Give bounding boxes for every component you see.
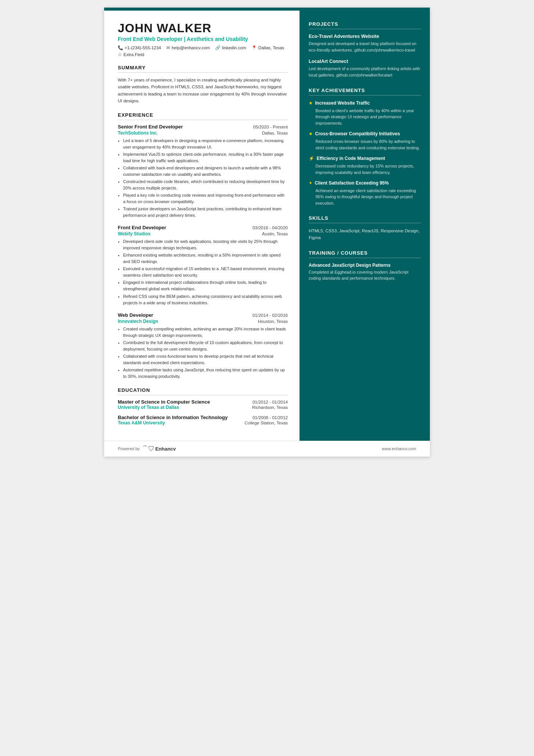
resume-footer: Powered by ⌒♡ Enhancv www.enhancv.com (104, 441, 430, 457)
location-item: 📍 Dallas, Texas (251, 45, 284, 50)
job-company-row-2: Webify Studios Austin, Texas (118, 231, 288, 236)
achievement-4: ✦ Client Satisfaction Exceeding 95% Achi… (309, 180, 421, 206)
edu-dates-2: 01/2008 - 01/2012 (253, 415, 288, 420)
training-name-1: Advanced JavaScript Design Patterns (309, 263, 421, 268)
achievement-desc-4: Achieved an average client satisfaction … (309, 188, 421, 207)
edu-school-row-2: Texas A&M University College Station, Te… (118, 420, 288, 426)
achievements-section: KEY ACHIEVEMENTS ★ Increased Website Tra… (309, 88, 421, 206)
edu-degree-2: Bachelor of Science in Information Techn… (118, 415, 228, 420)
bullet: Refined CSS using the BEM pattern, achie… (123, 293, 288, 306)
bullet: Led a team of 5 developers in designing … (123, 138, 288, 150)
edu-school-row-1: University of Texas at Dallas Richardson… (118, 405, 288, 410)
skills-section: SKILLS HTML5, CSS3, JavaScript, ReactJS,… (309, 215, 421, 241)
bullet: Executed a successful migration of 15 we… (123, 266, 288, 279)
achievement-3: ⚡ Efficiency in Code Management Decrease… (309, 155, 421, 175)
bullet: Implemented VueJS to optimize client-sid… (123, 151, 288, 164)
candidate-name: JOHN WALKER (118, 21, 288, 35)
summary-title: SUMMARY (118, 65, 288, 73)
training-title: TRAINING / COURSES (309, 250, 421, 258)
edu-entry-1: Master of Science in Computer Science 01… (118, 399, 288, 410)
star-icon: ☆ (118, 52, 122, 57)
achievement-header-1: ★ Increased Website Traffic (309, 100, 421, 106)
achievement-1: ★ Increased Website Traffic Boosted a cl… (309, 100, 421, 126)
achievement-header-4: ✦ Client Satisfaction Exceeding 95% (309, 180, 421, 186)
training-section: TRAINING / COURSES Advanced JavaScript D… (309, 250, 421, 282)
linkedin-item: 🔗 linkedin.com (215, 45, 246, 50)
location-icon: 📍 (251, 45, 257, 50)
email-icon: ✉ (166, 45, 170, 50)
job-title-2: Front End Developer (118, 225, 166, 230)
projects-section: PROJECTS Eco-Travel Adventures Website D… (309, 21, 421, 78)
job-dates-3: 01/2014 - 02/2016 (253, 313, 288, 318)
phone-item: 📞 +1-(234)-555-1234 (118, 45, 161, 50)
edu-degree-1: Master of Science in Computer Science (118, 399, 210, 405)
content-wrapper: JOHN WALKER Front End Web Developer | Ae… (104, 11, 430, 441)
left-column: JOHN WALKER Front End Web Developer | Ae… (104, 11, 300, 441)
resume-container: JOHN WALKER Front End Web Developer | Ae… (104, 8, 430, 457)
enhancv-logo: ⌒♡ Enhancv (142, 445, 176, 453)
bullet: Engaged in international project collabo… (123, 279, 288, 292)
bullet: Played a key role in conducting code rev… (123, 192, 288, 205)
bullet: Contributed to the full development life… (123, 340, 288, 352)
contact-info: 📞 +1-(234)-555-1234 ✉ help@enhancv.com 🔗… (118, 45, 288, 50)
resume-header: JOHN WALKER Front End Web Developer | Ae… (118, 21, 288, 57)
bullet: Collaborated with cross-functional teams… (123, 353, 288, 366)
projects-title: PROJECTS (309, 21, 421, 29)
bullet: Trained junior developers on JavaScript … (123, 206, 288, 219)
job-bullets-2: Developed client-side code for web appli… (118, 238, 288, 306)
project-desc-1: Designed and developed a travel blog pla… (309, 41, 421, 53)
achievement-title-3: Efficiency in Code Management (317, 155, 385, 162)
job-location-2: Austin, Texas (262, 232, 288, 236)
edu-entry-2: Bachelor of Science in Information Techn… (118, 415, 288, 426)
right-column: PROJECTS Eco-Travel Adventures Website D… (300, 11, 430, 441)
achievement-icon-1: ★ (309, 100, 313, 106)
education-title: EDUCATION (118, 387, 288, 395)
job-header-3: Web Developer 01/2014 - 02/2016 (118, 312, 288, 318)
extra-field-text: Extra Field (123, 52, 144, 57)
education-section: EDUCATION Master of Science in Computer … (118, 387, 288, 426)
training-1: Advanced JavaScript Design Patterns Comp… (309, 263, 421, 282)
logo-heart-icon: ⌒♡ (142, 445, 154, 453)
summary-section: SUMMARY With 7+ years of experience, I s… (118, 65, 288, 105)
job-header-2: Front End Developer 03/2016 - 04/2020 (118, 225, 288, 230)
extra-field: ☆ Extra Field (118, 52, 288, 57)
job-title-3: Web Developer (118, 312, 153, 318)
achievement-2: ★ Cross-Browser Compatibility Initiative… (309, 131, 421, 151)
job-entry-3: Web Developer 01/2014 - 02/2016 Innovate… (118, 312, 288, 380)
bullet: Collaborated with back-end developers an… (123, 165, 288, 178)
job-company-1: TechSolutions Inc. (118, 130, 158, 136)
achievement-desc-3: Decreased code redundancy by 15% across … (309, 163, 421, 175)
summary-text: With 7+ years of experience, I specializ… (118, 77, 288, 105)
experience-section: EXPERIENCE Senior Front End Developer 05… (118, 112, 288, 380)
job-bullets-3: Created visually compelling websites, ac… (118, 326, 288, 380)
training-desc-1: Completed at Egghead.io covering modern … (309, 269, 421, 282)
project-name-1: Eco-Travel Adventures Website (309, 34, 421, 39)
achievement-title-2: Cross-Browser Compatibility Initiatives (315, 131, 400, 137)
edu-dates-1: 01/2012 - 01/2014 (253, 400, 288, 404)
edu-location-2: College Station, Texas (245, 421, 288, 425)
project-name-2: LocalArt Connect (309, 59, 421, 64)
achievement-header-3: ⚡ Efficiency in Code Management (309, 155, 421, 162)
phone-icon: 📞 (118, 45, 123, 50)
achievement-desc-1: Boosted a client's website traffic by 40… (309, 108, 421, 127)
job-dates-2: 03/2016 - 04/2020 (253, 225, 288, 230)
achievements-title: KEY ACHIEVEMENTS (309, 88, 421, 95)
edu-school-1: University of Texas at Dallas (118, 405, 179, 410)
achievement-title-1: Increased Website Traffic (315, 100, 370, 106)
project-desc-2: Led development of a community platform … (309, 66, 421, 78)
powered-by-text: Powered by (118, 446, 140, 451)
phone-number: +1-(234)-555-1234 (125, 45, 161, 50)
experience-title: EXPERIENCE (118, 112, 288, 120)
email-item: ✉ help@enhancv.com (166, 45, 210, 50)
job-location-3: Houston, Texas (258, 319, 288, 324)
bullet: Automated repetitive tasks using JavaScr… (123, 367, 288, 380)
job-location-1: Dallas, Texas (262, 131, 288, 135)
bullet: Enhanced existing website architecture, … (123, 252, 288, 265)
bullet: Created visually compelling websites, ac… (123, 326, 288, 339)
linkedin-icon: 🔗 (215, 45, 220, 50)
edu-header-2: Bachelor of Science in Information Techn… (118, 415, 288, 420)
top-accent-bar (104, 8, 430, 11)
job-dates-1: 05/2020 - Present (253, 125, 288, 129)
job-entry-1: Senior Front End Developer 05/2020 - Pre… (118, 124, 288, 219)
job-entry-2: Front End Developer 03/2016 - 04/2020 We… (118, 225, 288, 306)
